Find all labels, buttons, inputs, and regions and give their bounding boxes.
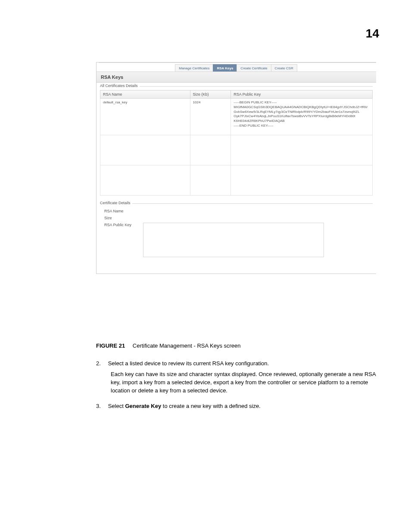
tab-create-csr[interactable]: Create CSR — [271, 64, 297, 72]
details-legend: Certificate Details — [100, 201, 132, 205]
col-header-rsa-name[interactable]: RSA Name — [100, 90, 190, 99]
pubkey-line: MIGfMA0GCSqGSIb3DQEBAQUAA4GNADCBiQKBgQDI… — [234, 105, 370, 110]
detail-label: RSA Name — [104, 209, 143, 213]
col-header-public-key[interactable]: RSA Public Key — [231, 90, 373, 99]
figure-caption: FIGURE 21 Certificate Management - RSA K… — [96, 342, 241, 349]
detail-row-size: Size — [104, 216, 373, 220]
tab-manage-certificates[interactable]: Manage Certificates — [175, 64, 213, 72]
cell-empty — [231, 135, 373, 165]
table-row[interactable] — [100, 165, 373, 196]
detail-row-rsa-name: RSA Name — [104, 209, 373, 213]
step-2-description: Each key can have its size and character… — [111, 370, 376, 395]
pubkey-line: Oyk7PJIxCw4YeAbqLJnPooS1KoflaxTswsiBvVVT… — [234, 114, 370, 119]
table-row[interactable] — [100, 135, 373, 165]
step-number: 3. — [96, 402, 106, 411]
page-number: 14 — [366, 27, 379, 40]
step3-pre: Select — [108, 403, 125, 409]
table-row[interactable]: default_rsa_key 1024 -----BEGIN PUBLIC K… — [100, 99, 373, 135]
detail-row-pubkey: RSA Public Key — [104, 223, 373, 257]
tab-rsa-keys[interactable]: RSA Keys — [213, 64, 237, 72]
cell-rsa-name: default_rsa_key — [100, 99, 190, 135]
fieldset-legend: All Certificates Details — [100, 84, 140, 88]
step-text: Select a listed device to review its cur… — [108, 360, 269, 367]
step-2: 2. Select a listed device to review its … — [96, 360, 376, 368]
cell-empty — [231, 165, 373, 196]
cell-empty — [100, 165, 190, 196]
step-text: Select Generate Key to create a new key … — [108, 403, 261, 409]
cell-size: 1024 — [190, 99, 231, 135]
pubkey-line: -----BEGIN PUBLIC KEY----- — [234, 100, 370, 105]
detail-label: RSA Public Key — [104, 223, 143, 227]
pubkey-line: -----END PUBLIC KEY----- — [234, 124, 370, 128]
pubkey-line: K6HE04dIZR8KPbU7PwIDAQAB — [234, 119, 370, 124]
tab-create-certificate[interactable]: Create Certificate — [237, 64, 271, 72]
detail-label: Size — [104, 216, 143, 220]
step-number: 2. — [96, 360, 106, 368]
tab-bar: Manage Certificates RSA Keys Create Cert… — [97, 62, 376, 72]
pubkey-line: GvbSw6Xew5/3LRqEYMLy7qy3OzTNiRbdpb/R99Y/… — [234, 110, 370, 115]
rsa-keys-table: RSA Name Size (Kb) RSA Public Key defaul… — [100, 90, 373, 196]
cell-empty — [100, 135, 190, 165]
col-header-size[interactable]: Size (Kb) — [190, 90, 231, 99]
figure-label: FIGURE 21 — [96, 342, 125, 349]
rsa-keys-screenshot: Manage Certificates RSA Keys Create Cert… — [96, 62, 376, 274]
panel-title: RSA Keys — [97, 72, 376, 83]
all-certificates-fieldset: All Certificates Details RSA Name Size (… — [100, 86, 373, 196]
cell-public-key: -----BEGIN PUBLIC KEY----- MIGfMA0GCSqGS… — [231, 99, 373, 135]
cell-empty — [190, 165, 231, 196]
step3-post: to create a new key with a defined size. — [161, 403, 261, 409]
figure-caption-text: Certificate Management - RSA Keys screen — [133, 342, 241, 349]
certificate-details-fieldset: Certificate Details RSA Name Size RSA Pu… — [100, 203, 373, 270]
cell-empty — [190, 135, 231, 165]
pubkey-textarea[interactable] — [143, 223, 324, 257]
step-3: 3. Select Generate Key to create a new k… — [96, 402, 376, 411]
generate-key-bold: Generate Key — [125, 403, 161, 409]
